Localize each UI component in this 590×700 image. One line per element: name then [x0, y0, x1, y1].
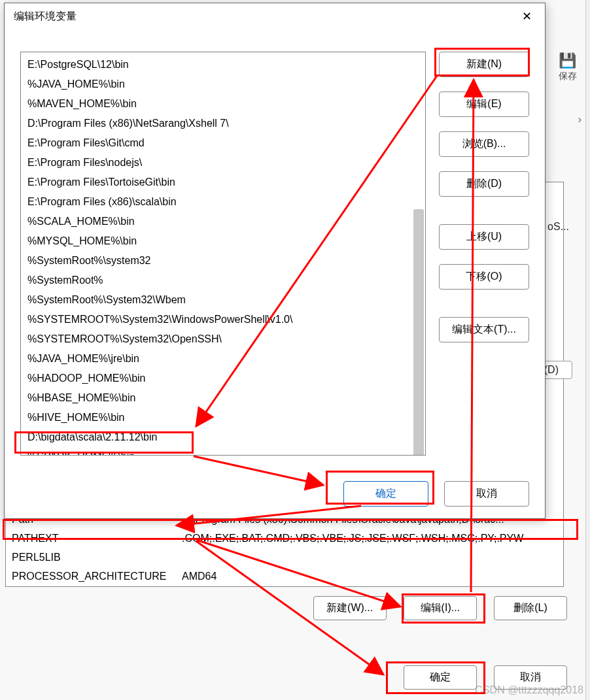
annotation-arrows — [0, 0, 590, 700]
svg-line-5 — [196, 541, 383, 675]
watermark: CSDN @tttzzzqqq2018 — [475, 684, 583, 696]
svg-line-0 — [196, 76, 437, 426]
svg-line-3 — [196, 540, 400, 607]
svg-line-1 — [194, 456, 323, 485]
svg-line-2 — [177, 506, 361, 525]
svg-line-4 — [471, 80, 474, 592]
